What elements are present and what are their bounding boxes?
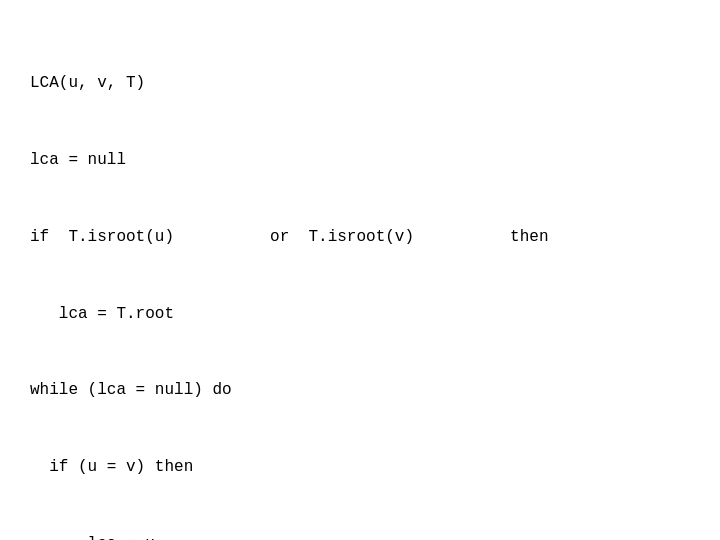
- code-line-7: lca = u: [30, 532, 548, 540]
- code-line-4: lca = T.root: [30, 302, 548, 328]
- code-block: LCA(u, v, T) lca = null if T.isroot(u) o…: [0, 0, 578, 540]
- code-line-1: LCA(u, v, T): [30, 71, 548, 97]
- code-line-5: while (lca = null) do: [30, 378, 548, 404]
- code-line-6: if (u = v) then: [30, 455, 548, 481]
- code-line-2: lca = null: [30, 148, 548, 174]
- code-line-3: if T.isroot(u) or T.isroot(v) then: [30, 225, 548, 251]
